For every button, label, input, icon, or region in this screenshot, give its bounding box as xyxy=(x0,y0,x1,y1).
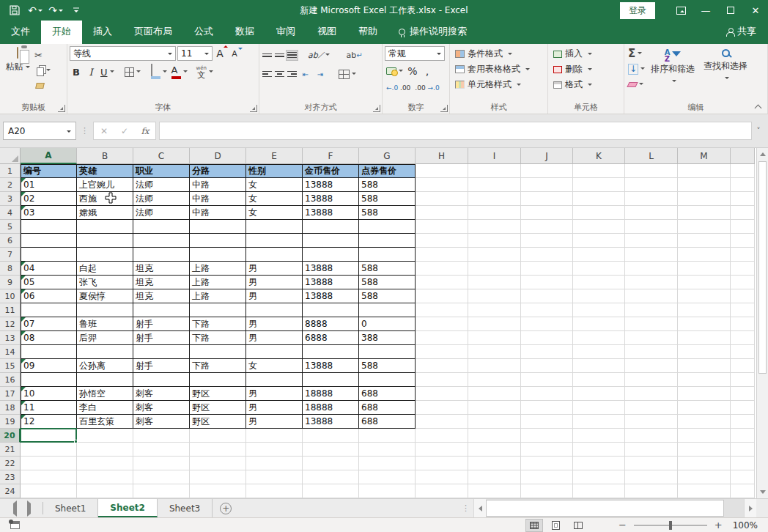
font-color-button[interactable]: A xyxy=(170,64,189,79)
cell-A3[interactable]: 02 xyxy=(21,192,77,206)
column-header-L[interactable]: L xyxy=(625,148,678,164)
cell-A21[interactable] xyxy=(21,443,77,457)
cell-J13[interactable] xyxy=(521,331,573,345)
cut-button[interactable]: ✂ xyxy=(33,48,52,62)
row-header-17[interactable]: 17 xyxy=(0,387,21,401)
cell-partial-22[interactable] xyxy=(731,457,755,470)
cell-F15[interactable]: 13888 xyxy=(303,359,359,373)
align-left-icon[interactable] xyxy=(262,70,273,79)
cell-partial-7[interactable] xyxy=(731,248,755,262)
cell-I9[interactable] xyxy=(468,276,521,289)
row-header-13[interactable]: 13 xyxy=(0,331,21,345)
cell-A1[interactable]: 编号 xyxy=(21,164,77,178)
cell-partial-13[interactable] xyxy=(731,331,755,345)
cell-D5[interactable] xyxy=(190,220,246,234)
cell-J23[interactable] xyxy=(521,470,573,484)
cell-C4[interactable]: 法师 xyxy=(133,206,190,220)
page-break-view-icon[interactable] xyxy=(570,520,586,531)
cell-D6[interactable] xyxy=(190,234,246,248)
cell-I3[interactable] xyxy=(468,192,521,206)
cell-K7[interactable] xyxy=(573,248,625,262)
cell-M8[interactable] xyxy=(678,262,731,276)
fill-button[interactable]: ↓ xyxy=(627,62,646,75)
cell-K5[interactable] xyxy=(573,220,625,234)
cell-K8[interactable] xyxy=(573,262,625,276)
cell-E15[interactable]: 女 xyxy=(246,359,303,373)
cell-B11[interactable] xyxy=(77,303,133,317)
column-header-E[interactable]: E xyxy=(246,148,303,164)
cell-C1[interactable]: 职业 xyxy=(133,164,190,178)
name-box-dropdown-icon[interactable] xyxy=(67,130,71,135)
cell-C10[interactable]: 坦克 xyxy=(133,289,190,303)
cell-A22[interactable] xyxy=(21,457,77,470)
cell-F24[interactable] xyxy=(303,484,359,498)
cell-A14[interactable] xyxy=(21,345,77,359)
cell-J7[interactable] xyxy=(521,248,573,262)
cell-B17[interactable]: 孙悟空 xyxy=(77,387,133,401)
cell-B24[interactable] xyxy=(77,484,133,498)
cell-L1[interactable] xyxy=(625,164,678,178)
cell-B10[interactable]: 夏侯惇 xyxy=(77,289,133,303)
row-header-12[interactable]: 12 xyxy=(0,317,21,331)
cell-B18[interactable]: 李白 xyxy=(77,401,133,415)
underline-button[interactable]: U xyxy=(99,64,116,79)
cell-E10[interactable]: 男 xyxy=(246,289,303,303)
cell-F23[interactable] xyxy=(303,470,359,484)
cell-E4[interactable]: 女 xyxy=(246,206,303,220)
increase-decimal-button[interactable]: ←.0 .00 xyxy=(385,81,412,95)
cell-partial-16[interactable] xyxy=(731,373,755,387)
cell-K15[interactable] xyxy=(573,359,625,373)
cell-I14[interactable] xyxy=(468,345,521,359)
cell-G20[interactable] xyxy=(359,429,416,443)
cell-F17[interactable]: 18888 xyxy=(303,387,359,401)
cell-B21[interactable] xyxy=(77,443,133,457)
cell-L8[interactable] xyxy=(625,262,678,276)
cell-A6[interactable] xyxy=(21,234,77,248)
sheet-tab-sheet2[interactable]: Sheet2 xyxy=(98,499,158,517)
menu-tab-home[interactable]: 开始 xyxy=(41,20,82,44)
cell-A23[interactable] xyxy=(21,470,77,484)
cell-L19[interactable] xyxy=(625,415,678,429)
menu-tab-view[interactable]: 视图 xyxy=(306,20,347,44)
scroll-right-icon[interactable] xyxy=(744,499,756,517)
horizontal-scrollbar[interactable] xyxy=(486,499,744,517)
cell-E12[interactable]: 男 xyxy=(246,317,303,331)
cell-partial-5[interactable] xyxy=(731,220,755,234)
expand-formula-bar-icon[interactable]: ˅ xyxy=(752,127,765,135)
cell-K4[interactable] xyxy=(573,206,625,220)
cell-J20[interactable] xyxy=(521,429,573,443)
cell-F19[interactable]: 13888 xyxy=(303,415,359,429)
cell-B5[interactable] xyxy=(77,220,133,234)
cell-J1[interactable] xyxy=(521,164,573,178)
cell-E2[interactable]: 女 xyxy=(246,178,303,192)
cell-F14[interactable] xyxy=(303,345,359,359)
save-icon[interactable] xyxy=(6,2,23,18)
cell-G17[interactable]: 688 xyxy=(359,387,416,401)
scroll-down-icon[interactable] xyxy=(757,486,768,498)
conditional-formatting-button[interactable]: 条件格式 xyxy=(452,46,545,62)
enter-icon[interactable]: ✓ xyxy=(114,126,135,136)
sheet-nav-left-icon[interactable] xyxy=(10,503,17,514)
maximize-icon[interactable] xyxy=(718,0,743,21)
sheet-tab-sheet3[interactable]: Sheet3 xyxy=(158,499,213,517)
grow-font-button[interactable]: A xyxy=(214,46,227,61)
cell-D15[interactable]: 下路 xyxy=(190,359,246,373)
cell-C9[interactable]: 坦克 xyxy=(133,276,190,289)
cell-A2[interactable]: 01 xyxy=(21,178,77,192)
cell-C3[interactable]: 法师 xyxy=(133,192,190,206)
cell-L10[interactable] xyxy=(625,289,678,303)
cell-J15[interactable] xyxy=(521,359,573,373)
cell-J8[interactable] xyxy=(521,262,573,276)
shrink-font-button[interactable]: A xyxy=(229,46,242,61)
cell-I12[interactable] xyxy=(468,317,521,331)
cell-L21[interactable] xyxy=(625,443,678,457)
font-dialog-launcher[interactable] xyxy=(250,105,257,112)
cell-H4[interactable] xyxy=(416,206,468,220)
bold-button[interactable]: B xyxy=(70,64,83,79)
cell-L17[interactable] xyxy=(625,387,678,401)
cell-H22[interactable] xyxy=(416,457,468,470)
cell-F21[interactable] xyxy=(303,443,359,457)
macro-record-icon[interactable] xyxy=(10,521,20,529)
cell-J24[interactable] xyxy=(521,484,573,498)
cell-B3[interactable]: 西施 xyxy=(77,192,133,206)
